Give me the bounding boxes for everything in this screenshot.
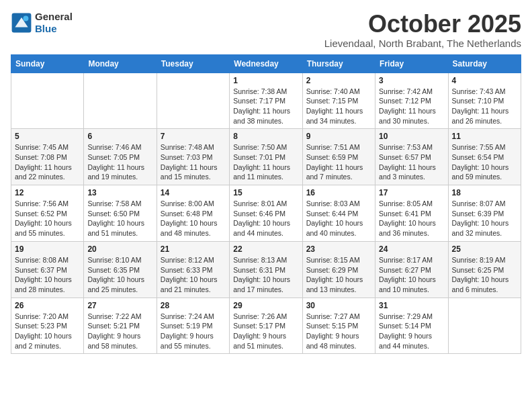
calendar-cell: 12Sunrise: 7:56 AM Sunset: 6:52 PM Dayli… [11,185,84,242]
svg-point-2 [23,16,28,21]
calendar-cell: 22Sunrise: 8:13 AM Sunset: 6:31 PM Dayli… [230,241,302,298]
day-info: Sunrise: 7:55 AM Sunset: 6:54 PM Dayligh… [452,142,517,182]
day-number: 26 [15,301,80,310]
calendar-body: 1Sunrise: 7:38 AM Sunset: 7:17 PM Daylig… [11,73,521,354]
calendar-cell: 23Sunrise: 8:15 AM Sunset: 6:29 PM Dayli… [302,241,375,298]
calendar-cell [157,73,229,129]
day-number: 7 [161,132,226,141]
day-info: Sunrise: 7:45 AM Sunset: 7:08 PM Dayligh… [15,142,80,182]
calendar-cell: 16Sunrise: 8:03 AM Sunset: 6:44 PM Dayli… [302,185,375,242]
day-number: 19 [15,244,80,254]
day-number: 25 [452,244,517,254]
day-info: Sunrise: 8:01 AM Sunset: 6:46 PM Dayligh… [233,199,298,238]
calendar-cell: 5Sunrise: 7:45 AM Sunset: 7:08 PM Daylig… [11,129,84,185]
day-number: 23 [306,244,371,254]
day-number: 8 [233,132,298,141]
logo-icon [11,12,32,34]
day-info: Sunrise: 8:19 AM Sunset: 6:25 PM Dayligh… [452,255,517,295]
day-number: 9 [306,132,371,141]
calendar-cell: 15Sunrise: 8:01 AM Sunset: 6:46 PM Dayli… [230,185,302,242]
day-info: Sunrise: 7:46 AM Sunset: 7:05 PM Dayligh… [87,142,152,182]
calendar-cell: 3Sunrise: 7:42 AM Sunset: 7:12 PM Daylig… [375,73,448,129]
day-info: Sunrise: 8:12 AM Sunset: 6:33 PM Dayligh… [161,255,226,295]
calendar-cell: 19Sunrise: 8:08 AM Sunset: 6:37 PM Dayli… [11,241,84,298]
calendar-cell: 25Sunrise: 8:19 AM Sunset: 6:25 PM Dayli… [448,241,521,298]
calendar-cell: 14Sunrise: 8:00 AM Sunset: 6:48 PM Dayli… [157,185,229,242]
day-info: Sunrise: 8:07 AM Sunset: 6:39 PM Dayligh… [452,199,517,238]
calendar-table: SundayMondayTuesdayWednesdayThursdayFrid… [11,54,521,355]
day-number: 27 [87,301,152,310]
calendar-cell: 24Sunrise: 8:17 AM Sunset: 6:27 PM Dayli… [375,241,448,298]
day-info: Sunrise: 7:38 AM Sunset: 7:17 PM Dayligh… [233,87,298,126]
calendar-cell: 31Sunrise: 7:29 AM Sunset: 5:14 PM Dayli… [375,298,448,354]
day-info: Sunrise: 8:00 AM Sunset: 6:48 PM Dayligh… [161,199,226,238]
day-info: Sunrise: 8:05 AM Sunset: 6:41 PM Dayligh… [379,199,444,238]
day-number: 16 [306,188,371,197]
weekday-header-wednesday: Wednesday [230,54,302,73]
calendar-cell: 20Sunrise: 8:10 AM Sunset: 6:35 PM Dayli… [84,241,157,298]
day-info: Sunrise: 7:26 AM Sunset: 5:17 PM Dayligh… [233,312,298,351]
calendar-cell [84,73,157,129]
calendar-week-row: 5Sunrise: 7:45 AM Sunset: 7:08 PM Daylig… [11,129,521,185]
day-number: 4 [452,76,517,85]
day-number: 14 [161,188,226,197]
day-number: 30 [306,301,371,310]
day-info: Sunrise: 7:29 AM Sunset: 5:14 PM Dayligh… [379,312,444,351]
calendar-cell: 26Sunrise: 7:20 AM Sunset: 5:23 PM Dayli… [11,298,84,354]
day-number: 3 [379,76,444,85]
day-number: 22 [233,244,298,254]
weekday-header-saturday: Saturday [448,54,521,73]
calendar-cell: 2Sunrise: 7:40 AM Sunset: 7:15 PM Daylig… [302,73,375,129]
day-number: 18 [452,188,517,197]
day-number: 21 [161,244,226,254]
calendar-cell: 6Sunrise: 7:46 AM Sunset: 7:05 PM Daylig… [84,129,157,185]
day-info: Sunrise: 8:13 AM Sunset: 6:31 PM Dayligh… [233,255,298,295]
calendar-cell [448,298,521,354]
logo-blue-text: Blue [35,23,73,35]
calendar-cell: 11Sunrise: 7:55 AM Sunset: 6:54 PM Dayli… [448,129,521,185]
day-info: Sunrise: 8:08 AM Sunset: 6:37 PM Dayligh… [15,255,80,295]
calendar-week-row: 12Sunrise: 7:56 AM Sunset: 6:52 PM Dayli… [11,185,521,242]
day-info: Sunrise: 7:42 AM Sunset: 7:12 PM Dayligh… [379,87,444,126]
day-number: 11 [452,132,517,141]
day-number: 15 [233,188,298,197]
logo: General Blue [11,11,73,35]
day-info: Sunrise: 7:22 AM Sunset: 5:21 PM Dayligh… [87,312,152,351]
calendar-cell: 28Sunrise: 7:24 AM Sunset: 5:19 PM Dayli… [157,298,229,354]
calendar-cell [11,73,84,129]
day-info: Sunrise: 7:48 AM Sunset: 7:03 PM Dayligh… [161,142,226,182]
day-info: Sunrise: 8:10 AM Sunset: 6:35 PM Dayligh… [87,255,152,295]
day-info: Sunrise: 8:17 AM Sunset: 6:27 PM Dayligh… [379,255,444,295]
day-number: 28 [161,301,226,310]
day-number: 6 [87,132,152,141]
day-number: 1 [233,76,298,85]
weekday-header-monday: Monday [84,54,157,73]
day-number: 29 [233,301,298,310]
month-title: October 2025 [324,11,521,38]
calendar-week-row: 19Sunrise: 8:08 AM Sunset: 6:37 PM Dayli… [11,241,521,298]
day-number: 5 [15,132,80,141]
calendar-cell: 18Sunrise: 8:07 AM Sunset: 6:39 PM Dayli… [448,185,521,242]
title-block: October 2025 Lievendaal, North Brabant, … [324,11,521,49]
logo-general-text: General [35,11,73,23]
day-info: Sunrise: 7:43 AM Sunset: 7:10 PM Dayligh… [452,87,517,126]
calendar-cell: 21Sunrise: 8:12 AM Sunset: 6:33 PM Dayli… [157,241,229,298]
day-number: 24 [379,244,444,254]
calendar-cell: 4Sunrise: 7:43 AM Sunset: 7:10 PM Daylig… [448,73,521,129]
calendar-cell: 1Sunrise: 7:38 AM Sunset: 7:17 PM Daylig… [230,73,302,129]
day-number: 2 [306,76,371,85]
calendar-cell: 27Sunrise: 7:22 AM Sunset: 5:21 PM Dayli… [84,298,157,354]
calendar-cell: 8Sunrise: 7:50 AM Sunset: 7:01 PM Daylig… [230,129,302,185]
calendar-cell: 30Sunrise: 7:27 AM Sunset: 5:15 PM Dayli… [302,298,375,354]
day-info: Sunrise: 7:50 AM Sunset: 7:01 PM Dayligh… [233,142,298,182]
calendar-week-row: 1Sunrise: 7:38 AM Sunset: 7:17 PM Daylig… [11,73,521,129]
calendar-cell: 9Sunrise: 7:51 AM Sunset: 6:59 PM Daylig… [302,129,375,185]
calendar-cell: 17Sunrise: 8:05 AM Sunset: 6:41 PM Dayli… [375,185,448,242]
location-title: Lievendaal, North Brabant, The Netherlan… [324,38,521,49]
day-number: 17 [379,188,444,197]
page-header: General Blue October 2025 Lievendaal, No… [11,11,521,49]
day-info: Sunrise: 7:58 AM Sunset: 6:50 PM Dayligh… [87,199,152,238]
day-number: 13 [87,188,152,197]
calendar-cell: 10Sunrise: 7:53 AM Sunset: 6:57 PM Dayli… [375,129,448,185]
calendar-cell: 29Sunrise: 7:26 AM Sunset: 5:17 PM Dayli… [230,298,302,354]
